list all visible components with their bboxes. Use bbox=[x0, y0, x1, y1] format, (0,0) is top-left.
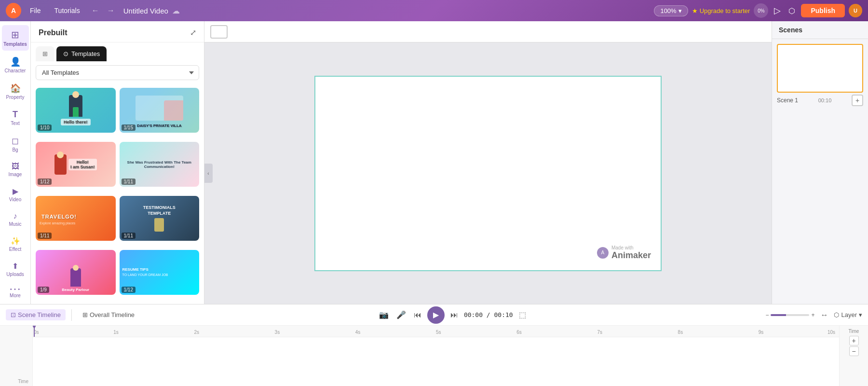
blank-scene-button[interactable] bbox=[210, 25, 228, 39]
scenes-panel: Scenes Scene 1 00:10 + bbox=[772, 21, 868, 304]
overall-timeline-tab[interactable]: ⊞ Overall Timeline bbox=[78, 309, 139, 320]
history-controls: ← → bbox=[89, 5, 118, 16]
share-button[interactable]: ⬡ bbox=[787, 4, 797, 17]
file-menu[interactable]: File bbox=[25, 5, 46, 16]
timeline-controls: ⊡ Scene Timeline ⊞ Overall Timeline 📷 🎤 … bbox=[0, 304, 868, 326]
layer-button[interactable]: ⬡ Layer ▾ bbox=[834, 311, 862, 318]
time-axis-label: Time bbox=[18, 379, 28, 384]
icon-sidebar: ⊞ Templates 👤 Character 🏠 Property T Tex… bbox=[0, 21, 31, 304]
play-button[interactable]: ▶ bbox=[427, 306, 445, 324]
watermark: A Made with Animaker bbox=[597, 245, 651, 261]
current-time-display: 00:00 / 00:10 bbox=[464, 311, 513, 318]
zoom-minus-icon[interactable]: − bbox=[765, 312, 769, 318]
tab-divider bbox=[71, 309, 72, 321]
canvas-area: ‹ A Made with Animaker bbox=[204, 21, 772, 304]
mic-icon-button[interactable]: 🎤 bbox=[394, 308, 408, 321]
camera-icon-button[interactable]: 📷 bbox=[377, 308, 391, 321]
template-card-7[interactable]: Beauty Parlour 1/9 bbox=[36, 250, 116, 295]
template-card-4[interactable]: She Was Frustrated With The Team Communi… bbox=[120, 142, 200, 187]
templates-panel: Prebuilt ⤢ ⊞ ⊙ Templates All Templates B… bbox=[31, 21, 204, 304]
dropdown-row: All Templates Business Education Social … bbox=[31, 61, 204, 84]
sidebar-item-video[interactable]: ▶ Video bbox=[2, 183, 29, 206]
watermark-logo: A bbox=[597, 247, 609, 259]
scene-timeline-tab[interactable]: ⊡ Scene Timeline bbox=[6, 309, 66, 320]
scene-label-1: Scene 1 bbox=[777, 97, 798, 104]
sidebar-item-more[interactable]: • • • More bbox=[2, 283, 29, 302]
sidebar-item-bg[interactable]: ◻ Bg bbox=[2, 132, 29, 156]
scene-timeline-icon: ⊡ bbox=[11, 311, 16, 318]
top-nav: A File Tutorials ← → Untitled Video ☁ 10… bbox=[0, 0, 868, 21]
scene-list: Scene 1 00:10 + bbox=[772, 39, 868, 111]
sidebar-item-property[interactable]: 🏠 Property bbox=[2, 79, 29, 104]
publish-button[interactable]: Publish bbox=[801, 4, 845, 17]
scenes-header: Scenes bbox=[772, 21, 868, 39]
template-dropdown[interactable]: All Templates Business Education Social … bbox=[36, 65, 199, 80]
zoom-slider: − + bbox=[765, 312, 814, 318]
canvas-stage[interactable]: A Made with Animaker bbox=[314, 76, 662, 271]
slider-track[interactable] bbox=[771, 314, 809, 316]
save-cloud-icon[interactable]: ☁ bbox=[172, 6, 180, 15]
sidebar-item-effect[interactable]: ✨ Effect bbox=[2, 233, 29, 256]
property-icon: 🏠 bbox=[10, 83, 21, 94]
template-card-8[interactable]: RESUME TIPSTO LAND YOUR DREAM JOB 1/12 bbox=[120, 250, 200, 295]
more-icon: • • • bbox=[10, 287, 20, 292]
template-badge-7: 1/9 bbox=[38, 287, 49, 293]
template-badge-8: 1/12 bbox=[122, 287, 136, 293]
tab-grid[interactable]: ⊞ bbox=[36, 46, 54, 61]
template-badge-4: 1/11 bbox=[122, 179, 136, 185]
sidebar-item-templates[interactable]: ⊞ Templates bbox=[2, 25, 29, 51]
template-badge-1: 1/10 bbox=[38, 124, 52, 131]
expand-panel-button[interactable]: ⤢ bbox=[190, 28, 196, 37]
sidebar-item-music[interactable]: ♪ Music bbox=[2, 208, 29, 231]
add-scene-button[interactable]: + bbox=[852, 95, 863, 106]
sidebar-item-image[interactable]: 🖼 Image bbox=[2, 158, 29, 181]
timeline-zoom-in-button[interactable]: + bbox=[849, 336, 859, 345]
upgrade-button[interactable]: ★ Upgrade to starter bbox=[692, 7, 750, 14]
sidebar-item-character[interactable]: 👤 Character bbox=[2, 53, 29, 77]
progress-circle[interactable]: 0% bbox=[754, 3, 768, 18]
tab-templates[interactable]: ⊙ Templates bbox=[56, 46, 107, 61]
skip-forward-button[interactable]: ⏭ bbox=[448, 309, 460, 321]
scene-time-1: 00:10 bbox=[818, 97, 832, 103]
template-card-3[interactable]: Hello!I am Susan! 1/12 bbox=[36, 142, 116, 187]
fit-width-button[interactable]: ↔ bbox=[818, 309, 830, 321]
sidebar-item-text[interactable]: T Text bbox=[2, 106, 29, 130]
chevron-down-icon: ▾ bbox=[678, 7, 682, 14]
template-badge-2: 1/15 bbox=[122, 124, 136, 131]
scene-thumbnail-1[interactable] bbox=[777, 44, 863, 93]
template-card-1[interactable]: Hello there! 1/10 bbox=[36, 88, 116, 133]
template-badge-6: 1/11 bbox=[122, 233, 136, 239]
user-avatar[interactable]: U bbox=[849, 4, 862, 17]
timeline-zoom-controls: + − bbox=[849, 336, 859, 356]
redo-button[interactable]: → bbox=[104, 5, 118, 16]
star-icon: ★ bbox=[692, 7, 698, 14]
main-area: ⊞ Templates 👤 Character 🏠 Property T Tex… bbox=[0, 21, 868, 304]
template-badge-3: 1/12 bbox=[38, 179, 52, 185]
template-tab-icon: ⊙ bbox=[63, 50, 68, 57]
panel-header: Prebuilt ⤢ bbox=[31, 21, 204, 42]
zoom-control[interactable]: 100% ▾ bbox=[654, 5, 688, 16]
template-card-5[interactable]: TRAVELGO! Explore amazing places 1/11 bbox=[36, 196, 116, 241]
tab-row: ⊞ ⊙ Templates bbox=[31, 42, 204, 61]
timeline-zoom-out-button[interactable]: − bbox=[849, 346, 859, 356]
music-icon: ♪ bbox=[14, 212, 17, 221]
layer-chevron-icon: ▾ bbox=[859, 311, 862, 318]
template-card-2[interactable]: DAISY'S PRIVATE VILLA 1/15 bbox=[120, 88, 200, 133]
collapse-panel-button[interactable]: ‹ bbox=[204, 164, 213, 183]
playhead[interactable] bbox=[34, 326, 35, 337]
play-preview-button[interactable]: ▷ bbox=[772, 3, 783, 18]
caption-button[interactable]: ⬚ bbox=[517, 308, 528, 321]
panel-title: Prebuilt bbox=[39, 28, 68, 37]
text-icon: T bbox=[13, 110, 18, 120]
tutorials-menu[interactable]: Tutorials bbox=[50, 5, 85, 16]
undo-button[interactable]: ← bbox=[89, 5, 102, 16]
bg-icon: ◻ bbox=[12, 136, 19, 146]
template-badge-5: 1/11 bbox=[38, 233, 52, 239]
image-icon: 🖼 bbox=[12, 162, 19, 171]
template-card-6[interactable]: TESTIMONIALSTEMPLATE 1/11 bbox=[120, 196, 200, 241]
sidebar-item-uploads[interactable]: ⬆ Uploads bbox=[2, 258, 29, 281]
skip-back-button[interactable]: ⏮ bbox=[412, 309, 423, 321]
document-title: Untitled Video bbox=[123, 7, 168, 15]
scene-item-1: Scene 1 00:10 + bbox=[777, 44, 863, 106]
zoom-plus-icon[interactable]: + bbox=[811, 312, 814, 318]
